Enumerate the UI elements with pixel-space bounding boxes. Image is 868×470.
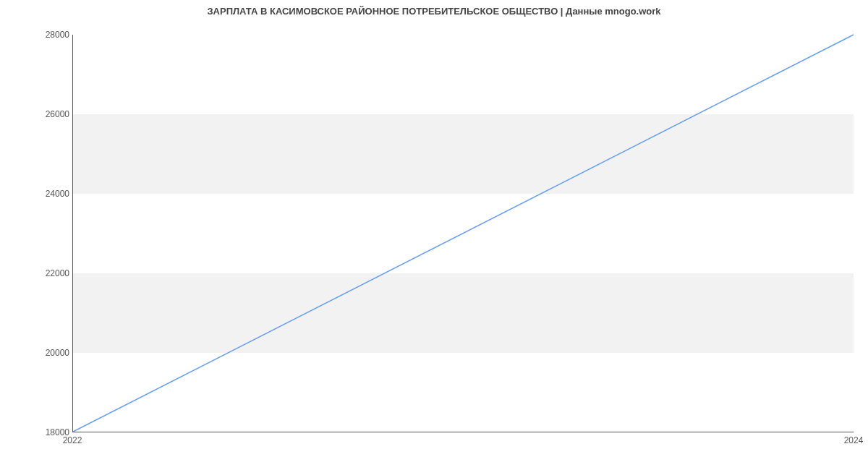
y-tick-label: 26000 (4, 109, 69, 119)
y-tick-label: 24000 (4, 189, 69, 199)
y-tick-label: 22000 (4, 268, 69, 278)
line-chart: ЗАРПЛАТА В КАСИМОВСКОЕ РАЙОННОЕ ПОТРЕБИТ… (0, 0, 868, 470)
data-line (73, 35, 854, 432)
y-tick-label: 20000 (4, 348, 69, 358)
x-tick-label: 2022 (63, 435, 82, 445)
y-tick-label: 18000 (4, 427, 69, 437)
plot-area (72, 35, 854, 432)
chart-title: ЗАРПЛАТА В КАСИМОВСКОЕ РАЙОННОЕ ПОТРЕБИТ… (0, 6, 868, 17)
x-tick-label: 2024 (844, 435, 864, 445)
y-tick-label: 28000 (4, 30, 69, 40)
